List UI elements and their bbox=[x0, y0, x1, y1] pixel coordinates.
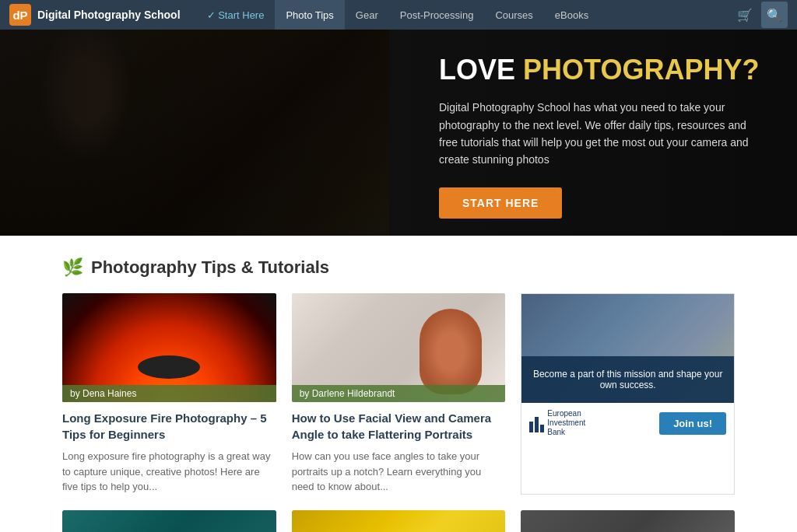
article-title-fire: Long Exposure Fire Photography – 5 Tips … bbox=[62, 410, 276, 443]
ad-footer: European Investment Bank Join us! bbox=[521, 403, 734, 443]
article-author-fire: by Dena Haines bbox=[62, 385, 276, 402]
nav-icons: 🛒 🔍 bbox=[732, 2, 788, 28]
bottom-img-teal bbox=[62, 510, 276, 533]
hero-content: LOVE PHOTOGRAPHY? Digital Photography Sc… bbox=[439, 53, 766, 219]
ad-logo: European Investment Bank bbox=[529, 409, 602, 437]
articles-grid: by Dena Haines Long Exposure Fire Photog… bbox=[62, 293, 735, 495]
ad-bar-3 bbox=[540, 425, 544, 432]
article-image-wrap-portrait: by Darlene Hildebrandt bbox=[292, 293, 506, 402]
bottom-card-teal[interactable] bbox=[62, 510, 276, 533]
nav-start-here[interactable]: ✓ Start Here bbox=[196, 0, 276, 30]
article-excerpt-portrait: How can you use face angles to take your… bbox=[292, 449, 506, 495]
article-card-fire[interactable]: by Dena Haines Long Exposure Fire Photog… bbox=[62, 293, 276, 495]
nav-courses[interactable]: Courses bbox=[484, 0, 543, 30]
article-author-portrait: by Darlene Hildebrandt bbox=[292, 385, 506, 402]
brand-logo: dP bbox=[9, 4, 31, 26]
ad-logo-bars bbox=[529, 414, 544, 432]
ad-org-name: European Investment Bank bbox=[547, 409, 602, 437]
main-section: 🌿 Photography Tips & Tutorials by Dena H… bbox=[0, 236, 797, 532]
nav-post-processing[interactable]: Post-Processing bbox=[389, 0, 485, 30]
bottom-card-grey[interactable] bbox=[521, 510, 735, 533]
article-title-portrait: How to Use Facial View and Camera Angle … bbox=[292, 410, 506, 443]
nav-links: ✓ Start Here Photo Tips Gear Post-Proces… bbox=[196, 0, 732, 30]
advertisement-card: Become a part of this mission and shape … bbox=[521, 293, 735, 495]
bottom-img-grey bbox=[521, 510, 735, 533]
bottom-card-yellow[interactable] bbox=[292, 510, 506, 533]
bottom-articles-grid bbox=[62, 510, 735, 533]
hero-section: LOVE PHOTOGRAPHY? Digital Photography Sc… bbox=[0, 30, 797, 236]
ad-bar-1 bbox=[529, 422, 533, 432]
navbar: dP Digital Photography School ✓ Start He… bbox=[0, 0, 797, 30]
hero-title: LOVE PHOTOGRAPHY? bbox=[439, 53, 766, 86]
hero-title-accent: PHOTOGRAPHY? bbox=[523, 54, 759, 86]
article-card-portrait[interactable]: by Darlene Hildebrandt How to Use Facial… bbox=[292, 293, 506, 495]
ad-join-button[interactable]: Join us! bbox=[659, 412, 726, 435]
search-icon[interactable]: 🔍 bbox=[761, 2, 788, 28]
ad-overlay-text: Become a part of this mission and shape … bbox=[521, 356, 734, 403]
brand-name: Digital Photography School bbox=[37, 9, 181, 21]
bottom-image-grey bbox=[521, 510, 735, 533]
brand[interactable]: dP Digital Photography School bbox=[9, 4, 181, 26]
nav-gear[interactable]: Gear bbox=[345, 0, 389, 30]
article-image-wrap-fire: by Dena Haines bbox=[62, 293, 276, 402]
nav-photo-tips[interactable]: Photo Tips bbox=[275, 0, 344, 30]
article-excerpt-fire: Long exposure fire photography is a grea… bbox=[62, 449, 276, 495]
cart-icon[interactable]: 🛒 bbox=[732, 2, 758, 28]
bottom-img-yellow bbox=[292, 510, 506, 533]
section-icon: 🌿 bbox=[62, 257, 83, 278]
hero-cta-button[interactable]: START HERE bbox=[439, 187, 562, 219]
ad-image: Become a part of this mission and shape … bbox=[521, 294, 734, 403]
hero-description: Digital Photography School has what you … bbox=[439, 99, 766, 169]
ad-bar-2 bbox=[535, 417, 539, 432]
section-header: 🌿 Photography Tips & Tutorials bbox=[62, 257, 735, 278]
bottom-image-yellow bbox=[292, 510, 506, 533]
section-title: Photography Tips & Tutorials bbox=[91, 257, 329, 278]
bottom-image-teal bbox=[62, 510, 276, 533]
nav-ebooks[interactable]: eBooks bbox=[544, 0, 599, 30]
